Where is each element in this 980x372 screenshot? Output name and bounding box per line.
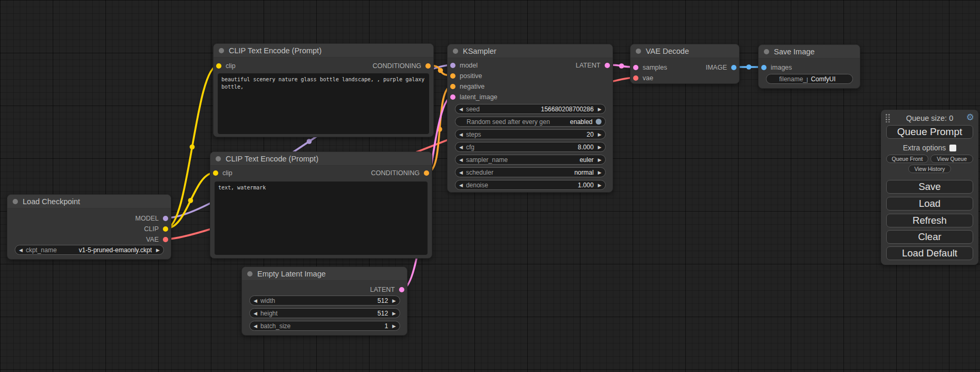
input-slot-vae[interactable]: vae [633, 74, 653, 82]
input-slot-positive[interactable]: positive [450, 72, 482, 80]
widget-sampler_name[interactable]: ◀sampler_nameeuler▶ [455, 155, 606, 165]
model-slot-dot[interactable] [163, 216, 168, 221]
increment-arrow-icon[interactable]: ▶ [598, 132, 601, 137]
increment-arrow-icon[interactable]: ▶ [598, 107, 601, 112]
node-load-checkpoint[interactable]: Load CheckpointMODELCLIPVAE◀ckpt_namev1-… [7, 194, 171, 260]
widget-value[interactable]: ComfyUI [811, 75, 836, 83]
input-slot-images[interactable]: images [761, 63, 792, 72]
image-slot-dot[interactable] [731, 65, 736, 70]
collapse-dot-icon[interactable] [13, 199, 18, 204]
node-save-image[interactable]: Save Imageimagesfilename_prefixComfyUI [758, 44, 860, 89]
increment-arrow-icon[interactable]: ▶ [598, 183, 601, 188]
widget-value[interactable]: 1 [384, 322, 388, 330]
output-slot-IMAGE[interactable]: IMAGE [706, 63, 736, 72]
save-button[interactable]: Save [886, 180, 973, 194]
clip-slot-dot[interactable] [163, 226, 168, 232]
node-clip-text-encode-negative[interactable]: CLIP Text Encode (Prompt)clipCONDITIONIN… [210, 151, 432, 259]
gear-icon[interactable]: ⚙ [966, 113, 974, 122]
image-slot-dot[interactable] [761, 65, 766, 70]
output-slot-LATENT[interactable]: LATENT [370, 285, 404, 294]
widget-width[interactable]: ◀width512▶ [249, 295, 400, 306]
model-slot-dot[interactable] [450, 63, 455, 68]
widget-value[interactable]: 8.000 [578, 144, 594, 151]
collapse-dot-icon[interactable] [247, 271, 253, 276]
collapse-dot-icon[interactable] [636, 49, 641, 54]
input-slot-samples[interactable]: samples [633, 63, 667, 72]
increment-arrow-icon[interactable]: ▶ [392, 311, 396, 316]
widget-value[interactable]: 1.000 [578, 182, 594, 189]
node-ksampler[interactable]: KSamplermodelpositivenegativelatent_imag… [447, 44, 613, 193]
queue-prompt-button[interactable]: Queue Prompt [886, 125, 973, 139]
decrement-arrow-icon[interactable]: ◀ [19, 247, 23, 253]
decrement-arrow-icon[interactable]: ◀ [254, 311, 257, 316]
increment-arrow-icon[interactable]: ▶ [598, 145, 601, 150]
widget-steps[interactable]: ◀steps20▶ [455, 129, 606, 139]
collapse-dot-icon[interactable] [453, 49, 458, 54]
increment-arrow-icon[interactable]: ▶ [392, 298, 396, 303]
load-button[interactable]: Load [886, 197, 973, 211]
drag-handle-icon[interactable] [886, 114, 891, 122]
widget-height[interactable]: ◀height512▶ [249, 308, 400, 318]
widget-value[interactable]: euler [579, 156, 594, 164]
increment-arrow-icon[interactable]: ▶ [598, 157, 601, 163]
latent-slot-dot[interactable] [633, 65, 638, 70]
widget-value[interactable]: 156680208700286 [541, 106, 594, 113]
node-clip-text-encode-positive[interactable]: CLIP Text Encode (Prompt)clipCONDITIONIN… [213, 43, 434, 137]
node-vae-decode[interactable]: VAE DecodesamplesvaeIMAGE [630, 44, 740, 84]
widget-seed[interactable]: ◀seed156680208700286▶ [455, 104, 606, 114]
increment-arrow-icon[interactable]: ▶ [392, 323, 396, 329]
latent-slot-dot[interactable] [399, 287, 404, 292]
widget-batch_size[interactable]: ◀batch_size1▶ [249, 321, 400, 331]
decrement-arrow-icon[interactable]: ◀ [459, 107, 463, 112]
increment-arrow-icon[interactable]: ▶ [598, 170, 601, 175]
graph-canvas[interactable]: Load CheckpointMODELCLIPVAE◀ckpt_namev1-… [0, 0, 980, 372]
widget-value[interactable]: 512 [377, 310, 388, 317]
vae-slot-dot[interactable] [633, 75, 638, 81]
conditioning-slot-dot[interactable] [425, 63, 431, 69]
widget-value[interactable]: 20 [587, 131, 594, 138]
widget-filename_prefix[interactable]: filename_prefixComfyUI [766, 74, 853, 84]
extra-options-checkbox[interactable] [949, 145, 956, 151]
latent-slot-dot[interactable] [605, 63, 610, 68]
queue-front-button[interactable]: Queue Front [886, 155, 928, 163]
toggle-circle-icon[interactable] [596, 119, 601, 125]
decrement-arrow-icon[interactable]: ◀ [459, 170, 463, 175]
clear-button[interactable]: Clear [886, 230, 973, 244]
node-empty-latent-image[interactable]: Empty Latent ImageLATENT◀width512▶◀heigh… [241, 266, 407, 336]
clip-slot-dot[interactable] [213, 170, 218, 176]
collapse-dot-icon[interactable] [216, 156, 221, 161]
load-default-button[interactable]: Load Default [886, 246, 973, 260]
view-history-button[interactable]: View History [908, 165, 951, 173]
refresh-button[interactable]: Refresh [886, 214, 973, 227]
input-slot-clip[interactable]: clip [216, 62, 236, 70]
output-slot-VAE[interactable]: VAE [146, 235, 168, 244]
output-slot-MODEL[interactable]: MODEL [135, 214, 168, 223]
decrement-arrow-icon[interactable]: ◀ [459, 157, 463, 163]
increment-arrow-icon[interactable]: ▶ [156, 247, 160, 253]
conditioning-slot-dot[interactable] [424, 170, 429, 176]
widget-cfg[interactable]: ◀cfg8.000▶ [455, 142, 606, 152]
decrement-arrow-icon[interactable]: ◀ [459, 132, 463, 137]
widget-ckpt_name[interactable]: ◀ckpt_namev1-5-pruned-emaonly.ckpt▶ [15, 245, 164, 255]
view-queue-button[interactable]: View Queue [930, 155, 973, 163]
output-slot-CONDITIONING[interactable]: CONDITIONING [373, 62, 431, 70]
decrement-arrow-icon[interactable]: ◀ [254, 298, 257, 303]
vae-slot-dot[interactable] [163, 237, 168, 242]
widget-random-seed-after-every-gen[interactable]: Random seed after every genenabled [455, 117, 606, 127]
widget-scheduler[interactable]: ◀schedulernormal▶ [455, 167, 606, 177]
input-slot-clip[interactable]: clip [213, 169, 232, 177]
input-slot-latent_image[interactable]: latent_image [450, 93, 498, 101]
input-slot-negative[interactable]: negative [450, 82, 484, 91]
output-slot-CONDITIONING[interactable]: CONDITIONING [371, 169, 429, 177]
prompt-textarea[interactable]: text, watermark [215, 182, 428, 255]
decrement-arrow-icon[interactable]: ◀ [254, 323, 257, 329]
input-slot-model[interactable]: model [450, 61, 478, 70]
clip-slot-dot[interactable] [216, 63, 221, 69]
widget-value[interactable]: v1-5-pruned-emaonly.ckpt [79, 246, 152, 254]
output-slot-LATENT[interactable]: LATENT [576, 61, 610, 70]
prompt-textarea[interactable]: beautiful scenery nature glass bottle la… [218, 73, 429, 134]
collapse-dot-icon[interactable] [219, 48, 224, 53]
conditioning-slot-dot[interactable] [450, 84, 455, 89]
conditioning-slot-dot[interactable] [450, 73, 455, 79]
output-slot-CLIP[interactable]: CLIP [144, 225, 168, 233]
